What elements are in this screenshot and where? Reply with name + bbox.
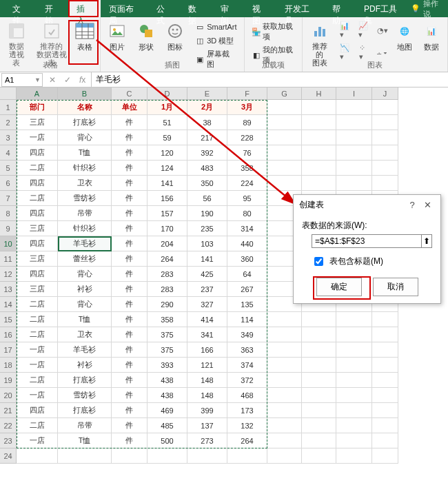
cell[interactable]: 四店 bbox=[17, 267, 58, 282]
cell[interactable] bbox=[336, 373, 372, 388]
confirm-icon[interactable]: ✓ bbox=[64, 75, 71, 85]
shapes-button[interactable]: 形状 bbox=[134, 20, 159, 54]
cell[interactable]: 166 bbox=[187, 342, 227, 358]
cell[interactable]: 217 bbox=[187, 130, 227, 145]
cell[interactable]: 103 bbox=[187, 236, 227, 251]
pictures-button[interactable]: 图片 bbox=[105, 20, 130, 54]
row-header[interactable]: 7 bbox=[0, 191, 17, 206]
cell[interactable]: 衬衫 bbox=[58, 358, 112, 373]
cell[interactable] bbox=[302, 418, 336, 433]
cell[interactable]: 一店 bbox=[17, 433, 58, 448]
cell[interactable]: 237 bbox=[187, 282, 227, 297]
cell[interactable]: 件 bbox=[112, 251, 147, 267]
cell[interactable] bbox=[372, 115, 398, 130]
cell[interactable]: 363 bbox=[227, 342, 267, 358]
cell[interactable]: 438 bbox=[147, 388, 187, 403]
cell[interactable]: 羊毛衫 bbox=[58, 236, 112, 251]
cell[interactable] bbox=[302, 130, 336, 145]
getaddins-button[interactable]: 🏪 获取加载项 bbox=[249, 20, 298, 43]
cell[interactable]: 148 bbox=[187, 373, 227, 388]
cell[interactable]: 350 bbox=[187, 176, 227, 191]
cell[interactable]: 二店 bbox=[17, 327, 58, 342]
cell[interactable]: 2月 bbox=[187, 100, 227, 115]
cell[interactable] bbox=[372, 312, 398, 327]
cell[interactable] bbox=[17, 448, 58, 464]
cell[interactable]: 468 bbox=[227, 388, 267, 403]
cell[interactable]: 羊毛衫 bbox=[58, 342, 112, 358]
cell[interactable]: 314 bbox=[227, 221, 267, 236]
cell[interactable] bbox=[302, 373, 336, 388]
cell[interactable] bbox=[372, 130, 398, 145]
cell[interactable] bbox=[302, 176, 336, 191]
cell[interactable]: 打底衫 bbox=[58, 115, 112, 130]
cell[interactable]: 360 bbox=[227, 251, 267, 267]
cell[interactable]: 358 bbox=[227, 161, 267, 176]
cell[interactable] bbox=[302, 327, 336, 342]
ok-button[interactable]: 确定 bbox=[316, 278, 362, 296]
cell[interactable]: 背心 bbox=[58, 267, 112, 282]
cell[interactable] bbox=[302, 145, 336, 161]
row-header[interactable]: 15 bbox=[0, 312, 17, 327]
cell[interactable]: 375 bbox=[147, 342, 187, 358]
cell[interactable]: 438 bbox=[147, 373, 187, 388]
reccharts-button[interactable]: 推荐的 图表 bbox=[307, 20, 333, 68]
cell[interactable]: 372 bbox=[227, 373, 267, 388]
help-icon[interactable]: ? bbox=[405, 200, 420, 210]
cell[interactable]: 264 bbox=[227, 433, 267, 448]
cell[interactable]: 392 bbox=[187, 145, 227, 161]
cell[interactable]: 打底衫 bbox=[58, 373, 112, 388]
cell[interactable]: 卫衣 bbox=[58, 327, 112, 342]
cell[interactable] bbox=[267, 176, 302, 191]
cell[interactable]: 425 bbox=[187, 267, 227, 282]
cell[interactable]: 件 bbox=[112, 327, 147, 342]
cell[interactable]: 三店 bbox=[17, 115, 58, 130]
cancel-button[interactable]: 取消 bbox=[373, 278, 418, 296]
cell[interactable]: 四店 bbox=[17, 206, 58, 221]
cell[interactable] bbox=[112, 448, 147, 464]
cell[interactable] bbox=[336, 342, 372, 358]
cell[interactable] bbox=[372, 388, 398, 403]
has-headers-checkbox[interactable]: 表包含标题(M) bbox=[312, 255, 432, 268]
cell[interactable] bbox=[336, 327, 372, 342]
cell[interactable]: 267 bbox=[227, 282, 267, 297]
cell[interactable]: 51 bbox=[147, 115, 187, 130]
cell[interactable]: 背心 bbox=[58, 130, 112, 145]
cell[interactable] bbox=[267, 433, 302, 448]
cell[interactable]: 283 bbox=[147, 282, 187, 297]
cell[interactable]: 四店 bbox=[17, 403, 58, 418]
cell[interactable]: 四店 bbox=[17, 176, 58, 191]
cell[interactable]: 76 bbox=[227, 145, 267, 161]
cell[interactable]: 件 bbox=[112, 236, 147, 251]
row-header[interactable]: 5 bbox=[0, 161, 17, 176]
cell[interactable]: 80 bbox=[227, 206, 267, 221]
tab-insert[interactable]: 插入 bbox=[68, 0, 101, 17]
cell[interactable] bbox=[302, 358, 336, 373]
cell[interactable]: 吊带 bbox=[58, 418, 112, 433]
cell[interactable]: 485 bbox=[147, 418, 187, 433]
cell[interactable]: 38 bbox=[187, 115, 227, 130]
tab-file[interactable]: 文件 bbox=[4, 0, 37, 17]
cell[interactable] bbox=[302, 433, 336, 448]
cell[interactable] bbox=[336, 130, 372, 145]
row-header[interactable]: 17 bbox=[0, 342, 17, 358]
cell[interactable]: 一店 bbox=[17, 358, 58, 373]
tab-data[interactable]: 数据 bbox=[180, 0, 212, 17]
col-header-c[interactable]: C bbox=[112, 87, 147, 100]
cell[interactable]: 273 bbox=[187, 433, 227, 448]
cell[interactable] bbox=[302, 388, 336, 403]
row-header[interactable]: 22 bbox=[0, 418, 17, 433]
cell[interactable]: 399 bbox=[187, 403, 227, 418]
col-header-i[interactable]: I bbox=[336, 87, 372, 100]
row-header[interactable]: 1 bbox=[0, 100, 17, 115]
chart-line-icon[interactable]: 📈▾ bbox=[356, 20, 373, 41]
formula-input[interactable]: 羊毛衫 bbox=[91, 72, 448, 87]
cell[interactable]: 件 bbox=[112, 342, 147, 358]
cell[interactable]: 124 bbox=[147, 161, 187, 176]
cell[interactable] bbox=[372, 161, 398, 176]
row-header[interactable]: 8 bbox=[0, 206, 17, 221]
cell[interactable]: 224 bbox=[227, 176, 267, 191]
cell[interactable] bbox=[372, 373, 398, 388]
cell[interactable]: 件 bbox=[112, 206, 147, 221]
cell[interactable]: 单位 bbox=[112, 100, 147, 115]
icons-button[interactable]: 图标 bbox=[163, 20, 187, 54]
